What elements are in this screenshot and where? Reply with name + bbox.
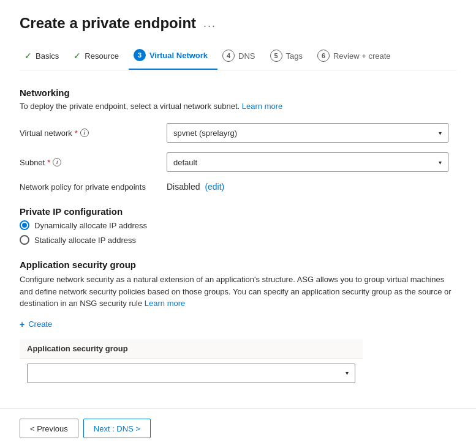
asg-section-title: Application security group xyxy=(20,259,456,270)
virtual-network-value: spvnet (sprelayrg) xyxy=(173,129,237,138)
footer: < Previous Next : DNS > xyxy=(0,408,476,448)
page-title: Create a private endpoint xyxy=(20,15,196,32)
asg-section: Application security group Configure net… xyxy=(20,259,456,388)
radio-static-input[interactable] xyxy=(20,235,29,245)
asg-description: Configure network security as a natural … xyxy=(20,274,456,310)
subnet-label: Subnet * i xyxy=(20,158,167,167)
step-circle-virtual-network: 3 xyxy=(134,49,146,61)
asg-chevron-icon: ▾ xyxy=(346,370,349,376)
virtual-network-control: spvnet (sprelayrg) ▾ xyxy=(167,123,448,143)
networking-section: Networking To deploy the private endpoin… xyxy=(20,88,456,192)
step-dns-label: DNS xyxy=(238,51,255,61)
private-ip-section-title: Private IP configuration xyxy=(20,206,456,217)
radio-dynamic-input[interactable] xyxy=(20,220,29,230)
subnet-select[interactable]: default ▾ xyxy=(167,152,448,172)
step-circle-tags: 5 xyxy=(270,50,282,62)
subnet-required: * xyxy=(47,158,50,167)
asg-table-header: Application security group xyxy=(20,339,363,359)
asg-select[interactable]: ▾ xyxy=(27,364,355,383)
check-icon-basics: ✓ xyxy=(25,51,32,61)
asg-create-button[interactable]: + Create xyxy=(20,319,52,329)
private-ip-radio-group: Dynamically allocate IP address Statical… xyxy=(20,220,456,245)
network-policy-row: Network policy for private endpoints Dis… xyxy=(20,182,456,192)
step-resource-label: Resource xyxy=(85,51,119,61)
virtual-network-info-icon[interactable]: i xyxy=(80,129,89,137)
private-ip-section: Private IP configuration Dynamically all… xyxy=(20,206,456,245)
asg-dropdown-row: ▾ xyxy=(20,359,363,388)
next-button[interactable]: Next : DNS > xyxy=(83,419,151,438)
step-virtual-network-label: Virtual Network xyxy=(149,51,208,60)
subnet-control: default ▾ xyxy=(167,152,448,172)
step-resource[interactable]: ✓ Resource xyxy=(69,46,129,68)
step-dns[interactable]: 4 DNS xyxy=(217,45,265,69)
network-policy-edit-link[interactable]: (edit) xyxy=(205,182,224,192)
network-policy-label: Network policy for private endpoints xyxy=(20,182,167,192)
asg-table: Application security group ▾ xyxy=(20,339,363,388)
step-virtual-network[interactable]: 3 Virtual Network xyxy=(129,44,217,70)
network-policy-value-area: Disabled (edit) xyxy=(167,182,224,192)
step-circle-review: 6 xyxy=(317,50,330,62)
previous-button[interactable]: < Previous xyxy=(20,419,78,438)
ellipsis-menu-button[interactable]: ... xyxy=(203,17,216,30)
check-icon-resource: ✓ xyxy=(74,51,81,61)
virtual-network-label: Virtual network * i xyxy=(20,129,167,138)
step-circle-dns: 4 xyxy=(222,50,235,62)
virtual-network-required: * xyxy=(75,129,78,138)
network-policy-value: Disabled xyxy=(167,182,200,192)
step-tags-label: Tags xyxy=(286,51,303,61)
subnet-row: Subnet * i default ▾ xyxy=(20,152,456,172)
radio-static-label: Statically allocate IP address xyxy=(34,236,136,245)
wizard-steps: ✓ Basics ✓ Resource 3 Virtual Network 4 … xyxy=(20,44,456,70)
radio-dynamic[interactable]: Dynamically allocate IP address xyxy=(20,220,456,230)
radio-dynamic-label: Dynamically allocate IP address xyxy=(34,221,147,230)
step-review-create[interactable]: 6 Review + create xyxy=(312,45,401,69)
step-review-create-label: Review + create xyxy=(333,51,391,61)
radio-static[interactable]: Statically allocate IP address xyxy=(20,235,456,245)
step-basics-label: Basics xyxy=(36,51,59,61)
step-tags[interactable]: 5 Tags xyxy=(265,45,312,69)
step-basics[interactable]: ✓ Basics xyxy=(20,46,69,68)
plus-icon: + xyxy=(20,319,25,329)
asg-learn-more-link[interactable]: Learn more xyxy=(145,299,185,308)
networking-section-title: Networking xyxy=(20,88,456,98)
virtual-network-row: Virtual network * i spvnet (sprelayrg) ▾ xyxy=(20,123,456,143)
subnet-chevron-icon: ▾ xyxy=(439,159,442,166)
networking-learn-more-link[interactable]: Learn more xyxy=(242,102,282,111)
networking-description: To deploy the private endpoint, select a… xyxy=(20,102,456,111)
subnet-info-icon[interactable]: i xyxy=(53,158,61,166)
subnet-value: default xyxy=(173,158,197,167)
virtual-network-select[interactable]: spvnet (sprelayrg) ▾ xyxy=(167,123,448,143)
asg-create-label: Create xyxy=(28,319,52,329)
virtual-network-chevron-icon: ▾ xyxy=(439,130,442,136)
